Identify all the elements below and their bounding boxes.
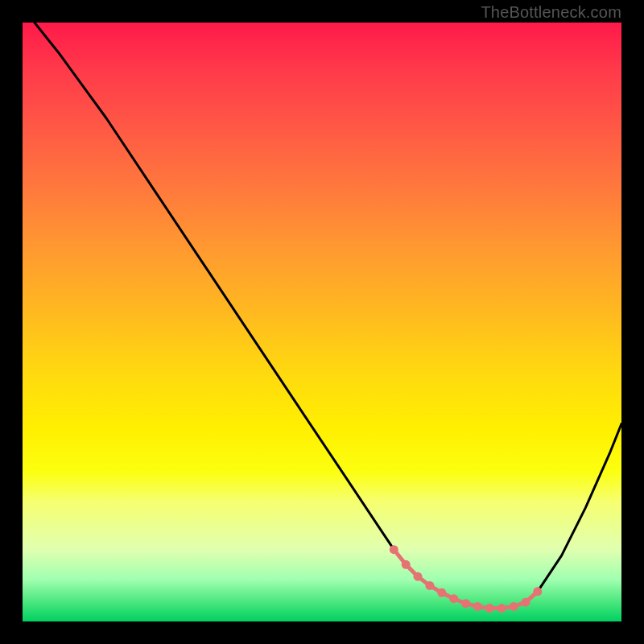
- chart-container: TheBottleneck.com: [0, 0, 644, 644]
- watermark-text: TheBottleneck.com: [481, 3, 621, 22]
- plot-area: [23, 23, 621, 621]
